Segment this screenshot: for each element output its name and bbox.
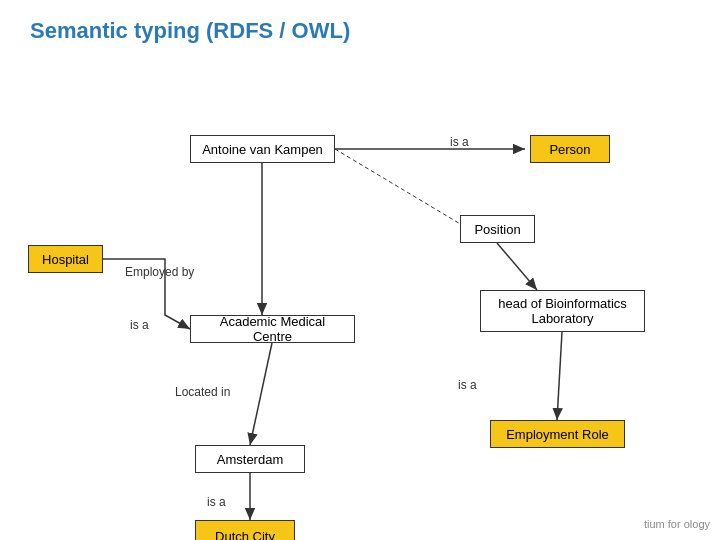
svg-line-6 bbox=[557, 332, 562, 420]
edge-label-is-a-dutch: is a bbox=[207, 495, 226, 509]
edge-label-located-in: Located in bbox=[175, 385, 230, 399]
svg-line-3 bbox=[497, 243, 537, 290]
svg-line-4 bbox=[250, 343, 272, 445]
node-antoine: Antoine van Kampen bbox=[190, 135, 335, 163]
svg-line-7 bbox=[335, 149, 462, 225]
node-person: Person bbox=[530, 135, 610, 163]
watermark: tium for ology bbox=[644, 518, 710, 530]
node-position: Position bbox=[460, 215, 535, 243]
edge-label-is-a-hospital: is a bbox=[130, 318, 149, 332]
node-dutch-city: Dutch City bbox=[195, 520, 295, 540]
edge-label-employed-by: Employed by bbox=[125, 265, 194, 279]
node-amsterdam: Amsterdam bbox=[195, 445, 305, 473]
edge-label-is-a-person: is a bbox=[450, 135, 469, 149]
node-employment-role: Employment Role bbox=[490, 420, 625, 448]
node-amc: Academic Medical Centre bbox=[190, 315, 355, 343]
node-head-bio: head of Bioinformatics Laboratory bbox=[480, 290, 645, 332]
edge-label-is-a-emprole: is a bbox=[458, 378, 477, 392]
page-title: Semantic typing (RDFS / OWL) bbox=[30, 18, 350, 44]
node-hospital: Hospital bbox=[28, 245, 103, 273]
